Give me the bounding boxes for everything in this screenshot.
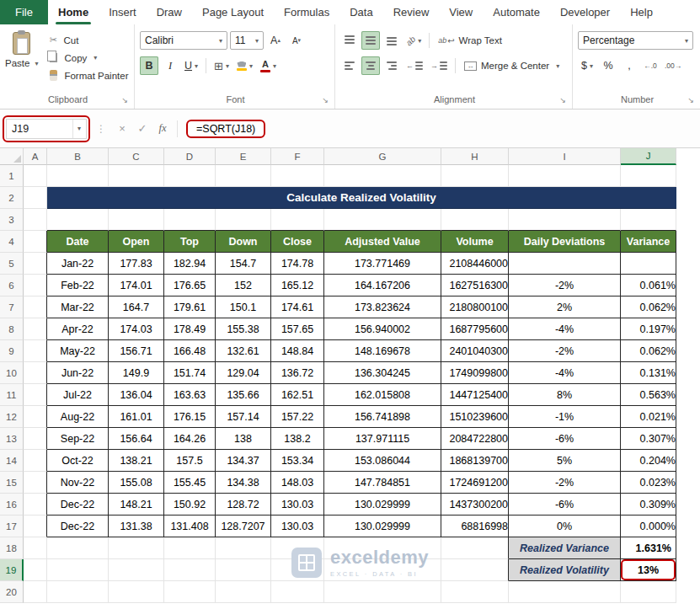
table-cell[interactable]: -4%	[509, 318, 621, 340]
table-cell[interactable]: 138	[216, 428, 271, 450]
table-cell[interactable]: 157.5	[164, 450, 216, 472]
alignment-dialog-launcher-icon[interactable]: ↘	[559, 96, 566, 104]
cell[interactable]	[47, 537, 109, 559]
table-header-cell[interactable]: Top	[164, 231, 216, 253]
cell[interactable]	[24, 209, 47, 231]
cell[interactable]	[47, 581, 109, 603]
cell[interactable]	[216, 165, 271, 187]
formula-input[interactable]: =SQRT(J18)	[196, 123, 255, 135]
summary-value-cell[interactable]: 1.631%	[621, 537, 676, 559]
cell[interactable]	[24, 559, 47, 581]
row-header-1[interactable]: 1	[0, 165, 24, 187]
cell[interactable]	[47, 559, 109, 581]
table-cell[interactable]: 164.167206	[324, 275, 441, 296]
row-header-10[interactable]: 10	[0, 362, 24, 384]
cell[interactable]	[324, 581, 441, 603]
copy-button[interactable]: Copy▾	[45, 49, 131, 67]
cell[interactable]	[24, 537, 47, 559]
table-cell[interactable]: 134.38	[216, 472, 271, 494]
decrease-font-size-button[interactable]: A▾	[287, 31, 306, 50]
table-cell[interactable]: 128.7207	[216, 516, 271, 537]
table-cell[interactable]: 5%	[509, 450, 621, 472]
table-cell[interactable]: May-22	[47, 340, 109, 362]
table-cell[interactable]: 155.38	[216, 318, 271, 340]
table-cell[interactable]: 154.7	[216, 253, 271, 275]
cell[interactable]	[441, 209, 509, 231]
decrease-indent-button[interactable]: ←	[403, 56, 425, 75]
dropdown-icon[interactable]: ▾	[94, 54, 97, 61]
dropdown-icon[interactable]: ▾	[249, 62, 253, 70]
table-cell[interactable]: 148.21	[109, 494, 164, 516]
table-cell[interactable]: 0.061%	[621, 275, 676, 296]
table-cell[interactable]: 148.169678	[324, 340, 441, 362]
table-cell[interactable]: 131.408	[164, 516, 216, 537]
row-header-14[interactable]: 14	[0, 450, 24, 472]
dropdown-icon[interactable]: ▾	[590, 62, 593, 70]
dropdown-icon[interactable]: ▾	[35, 60, 38, 67]
cell[interactable]	[441, 581, 509, 603]
cell[interactable]	[509, 165, 621, 187]
table-cell[interactable]: 138.21	[109, 450, 164, 472]
table-cell[interactable]: Aug-22	[47, 406, 109, 428]
table-cell[interactable]: -6%	[509, 428, 621, 450]
table-cell[interactable]: 2401040300	[441, 340, 509, 362]
cell[interactable]	[24, 384, 47, 406]
table-cell[interactable]: 130.029999	[324, 494, 441, 516]
cell[interactable]	[164, 559, 216, 581]
table-cell[interactable]: 174.78	[271, 253, 324, 275]
table-cell[interactable]: 2%	[509, 296, 621, 318]
cell[interactable]	[216, 559, 271, 581]
cell[interactable]	[621, 209, 676, 231]
dropdown-icon[interactable]: ▾	[273, 62, 276, 70]
table-cell[interactable]: 8%	[509, 384, 621, 406]
increase-decimal-button[interactable]: ←.0	[641, 56, 660, 75]
table-cell[interactable]: 1510239600	[441, 406, 509, 428]
borders-button[interactable]: ⊞▾	[211, 56, 232, 75]
table-cell[interactable]: -2%	[509, 275, 621, 296]
summary-label-cell[interactable]: Realized Variance	[509, 537, 621, 559]
cell[interactable]	[271, 209, 324, 231]
table-cell[interactable]: 137.971115	[324, 428, 441, 450]
table-cell[interactable]: 173.771469	[324, 253, 441, 275]
table-cell[interactable]: 1447125400	[441, 384, 509, 406]
comma-style-button[interactable]: ,	[620, 56, 639, 75]
table-cell[interactable]: 155.45	[164, 472, 216, 494]
tab-data[interactable]: Data	[339, 0, 382, 24]
name-box[interactable]: J19 ▾	[6, 119, 87, 139]
dropdown-icon[interactable]: ▾	[195, 62, 198, 70]
fill-color-button[interactable]: ▾	[234, 56, 255, 75]
row-header-6[interactable]: 6	[0, 275, 24, 296]
table-cell[interactable]: 161.01	[109, 406, 164, 428]
table-cell[interactable]: 1868139700	[441, 450, 509, 472]
table-cell[interactable]: Mar-22	[47, 296, 109, 318]
table-cell[interactable]: 1627516300	[441, 275, 509, 296]
cell[interactable]	[109, 537, 164, 559]
enter-icon[interactable]: ✓	[132, 122, 152, 135]
align-top-button[interactable]	[340, 31, 359, 50]
table-cell[interactable]: 153.34	[271, 450, 324, 472]
table-cell[interactable]: 162.51	[271, 384, 324, 406]
table-cell[interactable]: 0.309%	[621, 494, 676, 516]
font-color-button[interactable]: A▾	[258, 56, 279, 75]
wrap-text-button[interactable]: ab↩Wrap Text	[435, 31, 505, 50]
font-dialog-launcher-icon[interactable]: ↘	[322, 96, 329, 104]
align-middle-button[interactable]	[361, 31, 380, 50]
font-name-select[interactable]: Calibri▾	[140, 31, 227, 50]
cell[interactable]	[324, 165, 441, 187]
cut-button[interactable]: ✂Cut	[45, 31, 131, 49]
cell[interactable]	[441, 165, 509, 187]
table-cell[interactable]: 152	[216, 275, 271, 296]
cancel-icon[interactable]: ×	[112, 122, 132, 135]
row-header-20[interactable]: 20	[0, 581, 24, 603]
table-cell[interactable]: 156.64	[109, 428, 164, 450]
clipboard-dialog-launcher-icon[interactable]: ↘	[121, 96, 128, 104]
table-cell[interactable]: -2%	[509, 340, 621, 362]
table-cell[interactable]: 136.72	[271, 362, 324, 384]
align-bottom-button[interactable]	[382, 31, 401, 50]
cell[interactable]	[164, 209, 216, 231]
row-header-19[interactable]: 19	[0, 559, 24, 581]
cell[interactable]	[324, 209, 441, 231]
cell[interactable]	[441, 537, 509, 559]
decrease-decimal-button[interactable]: .00→	[662, 56, 684, 75]
tab-page-layout[interactable]: Page Layout	[192, 0, 274, 24]
